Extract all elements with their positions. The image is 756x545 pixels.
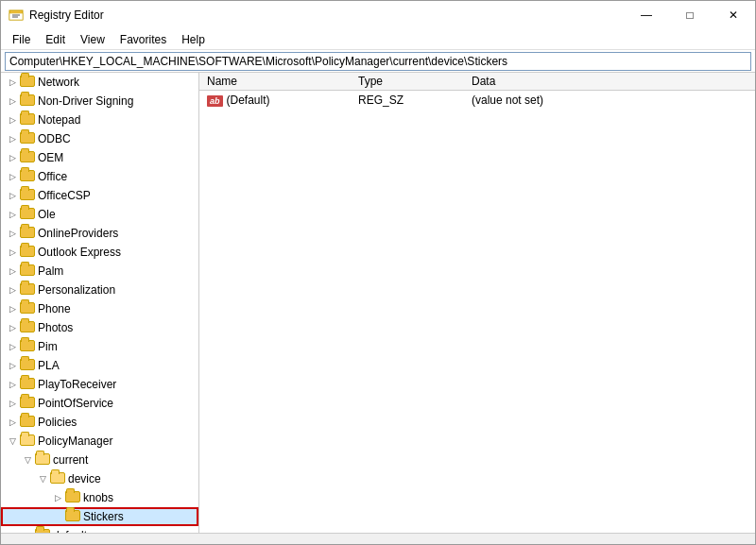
tree-item-device[interactable]: ▽ device <box>1 469 198 488</box>
app-icon <box>9 8 24 23</box>
expander-odbc: ▷ <box>5 131 20 146</box>
folder-icon-knobs <box>65 491 80 504</box>
tree-item-current[interactable]: ▽ current <box>1 451 198 469</box>
label-personalization: Personalization <box>38 283 115 297</box>
label-pim: Pim <box>38 340 58 353</box>
label-odbc: ODBC <box>38 132 71 145</box>
row-type: REG_SZ <box>351 91 464 110</box>
menu-view[interactable]: View <box>73 31 112 48</box>
minimize-button[interactable]: — <box>625 1 668 29</box>
tree-item-odbc[interactable]: ▷ ODBC <box>1 129 198 148</box>
tree-item-officecsp[interactable]: ▷ OfficeCSP <box>1 186 198 205</box>
menu-favorites[interactable]: Favorites <box>112 31 174 48</box>
scrollbar-area[interactable] <box>1 533 755 544</box>
registry-table: Name Type Data ab(Default) REG_SZ (value… <box>199 73 755 110</box>
expander-office: ▷ <box>5 169 20 184</box>
expander-photos: ▷ <box>5 320 20 335</box>
tree-item-office[interactable]: ▷ Office <box>1 167 198 186</box>
col-header-name[interactable]: Name <box>199 73 351 91</box>
address-input[interactable]: Computer\HKEY_LOCAL_MACHINE\SOFTWARE\Mic… <box>5 52 751 71</box>
folder-icon-nondriversigning <box>20 94 35 108</box>
label-current: current <box>53 453 88 467</box>
expander-policies: ▷ <box>5 415 20 430</box>
expander-onlineproviders: ▷ <box>5 226 20 241</box>
folder-icon-phone <box>20 302 35 315</box>
expander-current: ▽ <box>20 452 35 468</box>
folder-icon-stickers <box>65 510 80 523</box>
folder-icon-photos <box>20 321 35 334</box>
expander-pointofservice: ▷ <box>5 396 20 411</box>
tree-item-playtoreceiver[interactable]: ▷ PlayToReceiver <box>1 375 198 394</box>
tree-item-default[interactable]: ▷ default <box>1 526 198 533</box>
tree-item-policies[interactable]: ▷ Policies <box>1 413 198 432</box>
right-pane: Name Type Data ab(Default) REG_SZ (value… <box>199 73 755 533</box>
tree-item-knobs[interactable]: ▷ knobs <box>1 488 198 507</box>
folder-icon-default <box>35 529 50 533</box>
tree-item-photos[interactable]: ▷ Photos <box>1 318 198 337</box>
close-button[interactable]: ✕ <box>712 1 755 29</box>
expander-playtoreceiver: ▷ <box>5 377 20 392</box>
folder-icon-palm <box>20 264 35 278</box>
left-pane[interactable]: ▷ Network ▷ Non-Driver Signing ▷ Notepad… <box>1 73 199 533</box>
table-row[interactable]: ab(Default) REG_SZ (value not set) <box>199 91 755 110</box>
tree-item-pim[interactable]: ▷ Pim <box>1 337 198 356</box>
tree-item-pointofservice[interactable]: ▷ PointOfService <box>1 394 198 413</box>
label-outlookexpress: Outlook Express <box>38 246 121 259</box>
expander-stickers <box>50 509 65 524</box>
folder-icon-pointofservice <box>20 397 35 410</box>
label-network: Network <box>38 76 79 89</box>
menu-help[interactable]: Help <box>174 31 213 48</box>
tree-item-personalization[interactable]: ▷ Personalization <box>1 281 198 299</box>
label-phone: Phone <box>38 302 71 315</box>
folder-icon-oem <box>20 151 35 164</box>
expander-personalization: ▷ <box>5 282 20 298</box>
folder-icon-personalization <box>20 283 35 297</box>
tree-item-network[interactable]: ▷ Network <box>1 73 198 92</box>
tree-item-phone[interactable]: ▷ Phone <box>1 299 198 318</box>
label-palm: Palm <box>38 264 63 278</box>
expander-phone: ▷ <box>5 301 20 316</box>
label-officecsp: OfficeCSP <box>38 189 91 202</box>
expander-palm: ▷ <box>5 264 20 279</box>
content-area: ▷ Network ▷ Non-Driver Signing ▷ Notepad… <box>1 73 755 533</box>
tree-item-notepad[interactable]: ▷ Notepad <box>1 111 198 129</box>
folder-icon-pim <box>20 340 35 353</box>
title-bar: Registry Editor — □ ✕ <box>1 1 755 29</box>
folder-icon-current <box>35 453 50 467</box>
tree-item-nondriversigning[interactable]: ▷ Non-Driver Signing <box>1 92 198 111</box>
folder-icon-device <box>50 472 65 485</box>
folder-icon-policies <box>20 416 35 429</box>
menu-bar: File Edit View Favorites Help <box>1 29 755 50</box>
label-policymanager: PolicyManager <box>38 434 112 448</box>
menu-file[interactable]: File <box>5 31 38 48</box>
folder-icon-policymanager <box>20 434 35 448</box>
tree-item-palm[interactable]: ▷ Palm <box>1 262 198 281</box>
menu-edit[interactable]: Edit <box>38 31 73 48</box>
label-pointofservice: PointOfService <box>38 397 113 410</box>
tree-item-outlookexpress[interactable]: ▷ Outlook Express <box>1 243 198 262</box>
registry-editor-window: Registry Editor — □ ✕ File Edit View Fav… <box>0 0 756 545</box>
expander-notepad: ▷ <box>5 112 20 128</box>
label-knobs: knobs <box>83 491 113 504</box>
col-header-data[interactable]: Data <box>464 73 755 91</box>
row-name: ab(Default) <box>199 91 351 110</box>
expander-nondriversigning: ▷ <box>5 94 20 109</box>
tree-item-ole[interactable]: ▷ Ole <box>1 205 198 224</box>
col-header-type[interactable]: Type <box>351 73 464 91</box>
ab-icon: ab <box>207 95 223 107</box>
tree-item-pla[interactable]: ▷ PLA <box>1 356 198 375</box>
expander-pim: ▷ <box>5 339 20 354</box>
title-controls: — □ ✕ <box>625 1 755 29</box>
tree-item-policymanager[interactable]: ▽ PolicyManager <box>1 432 198 451</box>
label-onlineproviders: OnlineProviders <box>38 227 118 240</box>
folder-icon-pla <box>20 359 35 372</box>
label-device: device <box>68 472 101 485</box>
tree-item-oem[interactable]: ▷ OEM <box>1 148 198 167</box>
maximize-button[interactable]: □ <box>668 1 712 29</box>
folder-icon-office <box>20 170 35 183</box>
tree-item-onlineproviders[interactable]: ▷ OnlineProviders <box>1 224 198 243</box>
address-bar: Computer\HKEY_LOCAL_MACHINE\SOFTWARE\Mic… <box>1 50 755 73</box>
folder-icon-odbc <box>20 132 35 145</box>
expander-policymanager: ▽ <box>5 434 20 449</box>
tree-item-stickers[interactable]: Stickers <box>1 507 198 526</box>
